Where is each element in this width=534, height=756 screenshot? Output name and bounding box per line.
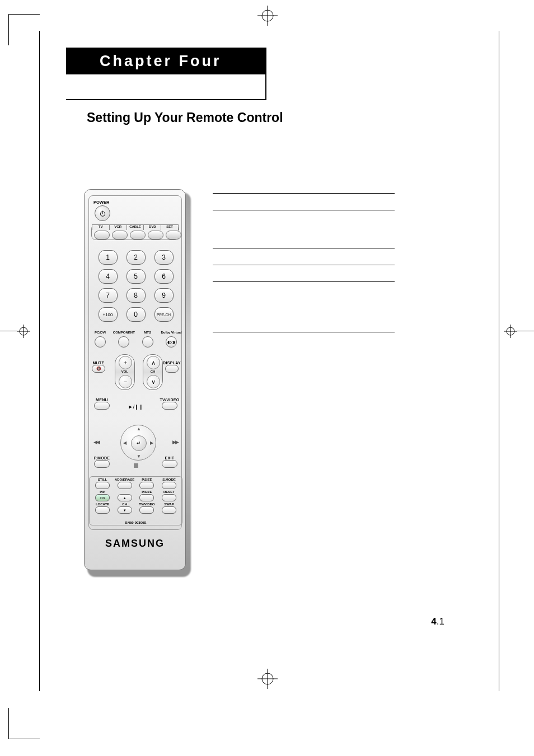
num-button-0[interactable]: 0	[127, 307, 146, 322]
mode-selector: TVVCRCABLEDVDSET	[91, 224, 179, 240]
model-number: BN59-00306B	[90, 521, 182, 524]
stop-icon	[134, 463, 138, 468]
power-button[interactable]	[95, 205, 110, 221]
volume-rocker[interactable]: + VOL −	[115, 354, 135, 390]
dpad-left[interactable]: ◀	[123, 440, 127, 445]
num-button-8[interactable]: 8	[127, 288, 146, 303]
grid-label: LOCATE	[92, 503, 113, 506]
channel-rocker[interactable]: ∧ CH ∨	[143, 354, 163, 390]
mute-icon: 🔇	[96, 367, 101, 371]
source-button[interactable]	[118, 336, 129, 348]
grid-label: P.SIZE	[136, 490, 157, 494]
mode-label-dvd: DVD	[144, 224, 161, 230]
num-button-9[interactable]: 9	[154, 288, 174, 303]
channel-label: CH	[143, 370, 162, 373]
bleed-line	[0, 331, 17, 331]
note-line	[213, 281, 395, 282]
grid-button[interactable]	[139, 482, 154, 489]
menu-label: MENU	[90, 398, 114, 402]
grid-label: ADD/ERASE	[114, 478, 135, 482]
num-button-1[interactable]: 1	[99, 250, 118, 265]
num-button-4[interactable]: 4	[99, 269, 118, 284]
registration-mark	[257, 6, 278, 26]
num-button-3[interactable]: 3	[154, 250, 174, 265]
source-button[interactable]: ◐◑	[166, 336, 177, 348]
grid-button[interactable]	[118, 482, 132, 489]
rewind-icon: ◀◀	[93, 439, 99, 445]
enter-button[interactable]: ↵	[131, 435, 147, 451]
note-line	[213, 265, 395, 265]
power-label: POWER	[93, 200, 109, 205]
tvvideo-button[interactable]	[162, 402, 177, 410]
mode-button-set[interactable]	[166, 231, 181, 240]
grid-button[interactable]	[95, 506, 110, 514]
pmode-button[interactable]	[94, 460, 110, 468]
dolby-icon: ◐◑	[167, 340, 175, 345]
display-button[interactable]	[165, 365, 179, 373]
grid-label: RESET	[158, 490, 180, 494]
mode-button-dvd[interactable]	[148, 231, 163, 240]
grid-button[interactable]	[162, 494, 176, 501]
note-lines	[213, 193, 395, 339]
mode-button-vcr[interactable]	[112, 231, 128, 240]
grid-label: TV/VIDEO	[136, 503, 157, 506]
num-button-100[interactable]: +100	[99, 307, 118, 322]
grid-button[interactable]: ▲	[118, 494, 132, 501]
mode-button-cable[interactable]	[130, 231, 146, 240]
bleed-line	[517, 331, 534, 331]
crop-mark	[8, 14, 40, 45]
crop-mark	[8, 708, 40, 739]
note-line	[213, 248, 395, 248]
grid-button[interactable]	[139, 506, 154, 514]
mute-label: MUTE	[90, 361, 107, 365]
volume-label: VOL	[115, 370, 134, 373]
fastforward-icon: ▶▶	[172, 439, 178, 445]
play-pause-icon: ►/❙❙	[124, 404, 148, 410]
dpad[interactable]: ▲ ▼ ◀ ▶ ↵	[120, 425, 156, 461]
volume-up[interactable]: +	[119, 356, 132, 369]
source-label: COMPONENT	[113, 331, 135, 335]
num-button-6[interactable]: 6	[154, 269, 174, 284]
source-label: PC/DVI	[89, 331, 111, 335]
mode-label-set: SET	[161, 224, 179, 230]
num-button-2[interactable]: 2	[127, 250, 146, 265]
mute-button[interactable]: 🔇	[92, 365, 105, 373]
display-label: DISPLAY	[162, 361, 181, 365]
source-button[interactable]	[142, 336, 153, 348]
grid-button[interactable]	[162, 506, 176, 514]
source-row: PC/DVICOMPONENTMTSDolby Virtual◐◑	[89, 331, 182, 348]
volume-down[interactable]: −	[119, 375, 132, 388]
mode-button-tv[interactable]	[94, 231, 110, 240]
source-button[interactable]	[95, 336, 106, 348]
channel-down[interactable]: ∨	[147, 375, 160, 388]
registration-mark	[504, 325, 517, 338]
source-label: MTS	[137, 331, 159, 335]
chapter-label: Chapter Four	[66, 48, 266, 74]
grid-button[interactable]: ▼	[118, 506, 132, 514]
grid-label: SWAP	[158, 503, 180, 506]
num-button-5[interactable]: 5	[127, 269, 146, 284]
remote-control: POWER TVVCRCABLEDVDSET 123456789+1000PRE…	[84, 189, 191, 577]
section-title: Setting Up Your Remote Control	[87, 110, 283, 125]
channel-up[interactable]: ∧	[147, 356, 160, 369]
exit-button[interactable]	[162, 460, 177, 468]
volume-channel-area: MUTE 🔇 DISPLAY + VOL − ∧ CH ∨	[90, 354, 181, 393]
grid-label: PIP	[92, 490, 113, 494]
brand-logo: SAMSUNG	[85, 538, 185, 550]
note-line	[213, 210, 395, 210]
num-button-prech[interactable]: PRE-CH	[154, 307, 174, 322]
dpad-up[interactable]: ▲	[137, 426, 141, 431]
grid-label: CH	[114, 503, 135, 506]
grid-button[interactable]	[162, 482, 176, 489]
dpad-right[interactable]: ▶	[150, 440, 153, 445]
grid-button[interactable]: ON	[95, 494, 110, 501]
mode-label-vcr: VCR	[110, 224, 127, 230]
menu-button[interactable]	[94, 402, 110, 410]
grid-button[interactable]	[95, 482, 110, 489]
grid-label: S.MODE	[158, 478, 180, 482]
pmode-row: P.MODE EXIT	[90, 456, 181, 468]
page-number: 4.1	[431, 616, 444, 627]
menu-row: MENU ►/❙❙ TV/VIDEO	[90, 398, 181, 410]
grid-button[interactable]	[139, 494, 154, 501]
num-button-7[interactable]: 7	[99, 288, 118, 303]
